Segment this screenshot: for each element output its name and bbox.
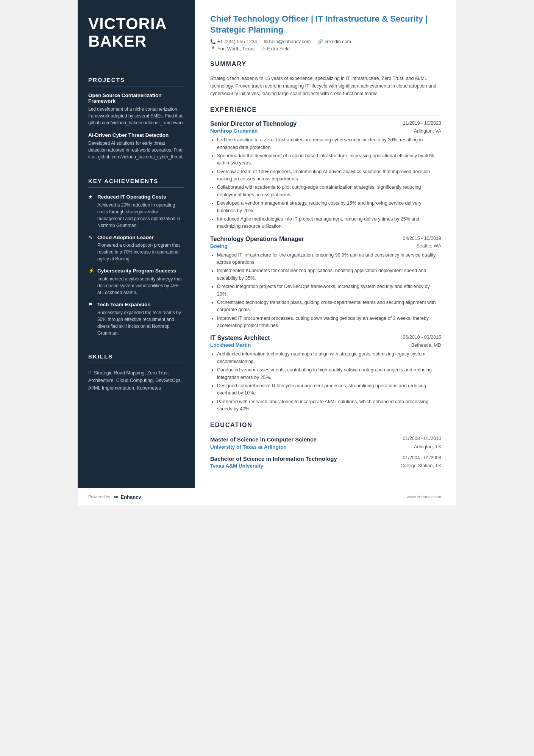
job-3-dates: 06/2010 - 03/2015 — [403, 335, 441, 340]
summary-text: Strategic tech leader with 15 years of e… — [210, 75, 441, 97]
bullet: Architected information technology roadm… — [217, 351, 441, 365]
bullet: Introduced Agile methodologies into IT p… — [217, 216, 441, 230]
education-divider — [210, 431, 441, 431]
job-2-location: Seattle, WA — [416, 243, 441, 249]
candidate-name: VICTORIA BAKER — [88, 15, 184, 50]
contact-linkedin: 🔗 linkedin.com — [317, 39, 351, 44]
project-1-desc: Led development of a niche containerizat… — [88, 106, 184, 126]
bullet: Orchestrated technology transition plans… — [217, 299, 441, 314]
job-2-company: Boeing — [210, 243, 228, 249]
bullet: Developed a vendor management strategy, … — [217, 200, 441, 214]
skills-section-title: SKILLS — [88, 353, 184, 360]
education-section-title: EDUCATION — [210, 422, 441, 429]
summary-section-title: SUMMARY — [210, 61, 441, 67]
pencil-icon: ✎ — [88, 235, 94, 240]
job-3-title: IT Systems Architect — [210, 335, 270, 341]
project-2: AI-Driven Cyber Threat Detection Develop… — [88, 132, 184, 166]
job-1-company: Northrop Grumman — [210, 128, 258, 134]
bullet: Managed IT infrastructure for the organi… — [217, 252, 441, 266]
bullet: Implemented Kubernetes for containerized… — [217, 267, 441, 282]
main-content: Chief Technology Officer | IT Infrastruc… — [195, 0, 456, 488]
bolt-icon: ⚡ — [88, 268, 94, 274]
email-text: help@enhancv.com — [269, 39, 311, 44]
main-headline: Chief Technology Officer | IT Infrastruc… — [210, 14, 441, 35]
job-2-title: Technology Operations Manager — [210, 236, 304, 243]
enhancv-logo-icon: ∞ — [114, 493, 118, 500]
location-text: Fort Worth, Texas — [217, 46, 255, 52]
contact-row-2: 📍 Fort Worth, Texas ☆ Extra Field — [210, 46, 441, 52]
first-name: VICTORIA — [88, 15, 167, 33]
job-2: Technology Operations Manager 04/2015 - … — [210, 236, 441, 330]
edu-2-degree: Bachelor of Science in Information Techn… — [210, 455, 337, 463]
bullet: Designed comprehensive IT lifecycle mana… — [217, 382, 441, 397]
star-icon: ★ — [88, 194, 94, 200]
bullet: Improved IT procurement processes, cutti… — [217, 315, 441, 330]
sidebar: VICTORIA BAKER PROJECTS Open Source Cont… — [78, 0, 195, 488]
project-2-title: AI-Driven Cyber Threat Detection — [88, 132, 184, 138]
footer: Powered by ∞ Enhancv www.enhancv.com — [78, 488, 456, 506]
achievement-2-title: Cloud Adoption Leader — [97, 234, 154, 241]
project-1: Open Source Containerization Framework L… — [88, 92, 184, 132]
achievement-1-desc: Achieved a 20% reduction in operating co… — [88, 202, 184, 229]
achievement-2-desc: Pioneered a cloud adoption program that … — [88, 242, 184, 262]
footer-powered-by: Powered by ∞ Enhancv — [88, 493, 141, 500]
bullet: Directed integration projects for DevSec… — [217, 283, 441, 298]
experience-section-title: EXPERIENCE — [210, 106, 441, 113]
edu-1-dates: 01/2008 - 01/2010 — [403, 436, 441, 441]
achievement-3-title: Cybersecurity Program Success — [97, 268, 176, 274]
location-icon: 📍 — [210, 46, 216, 52]
footer-website: www.enhancv.com — [407, 495, 441, 499]
contact-row: 📞 +1-(234)-555-1234 ✉ help@enhancv.com 🔗… — [210, 39, 441, 44]
bullet: Partnered with research laboratories to … — [217, 398, 441, 413]
achievement-1: ★ Reduced IT Operating Costs Achieved a … — [88, 194, 184, 229]
contact-phone: 📞 +1-(234)-555-1234 — [210, 39, 257, 44]
last-name: BAKER — [88, 32, 147, 50]
job-1-location: Arlington, VA — [414, 128, 441, 134]
project-2-desc: Developed AI solutions for early threat … — [88, 140, 184, 160]
extra-field-text: Extra Field — [267, 46, 290, 52]
edu-2-dates: 01/2004 - 01/2008 — [403, 455, 441, 460]
edu-2-school: Texas A&M University — [210, 463, 263, 469]
achievements-divider — [88, 187, 184, 188]
brand-label: Enhancv — [121, 494, 141, 500]
phone-icon: 📞 — [210, 39, 216, 44]
contact-extra: ☆ Extra Field — [261, 46, 290, 52]
edu-1: Master of Science in Computer Science 01… — [210, 436, 441, 450]
edu-2: Bachelor of Science in Information Techn… — [210, 455, 441, 469]
job-2-bullets: Managed IT infrastructure for the organi… — [210, 252, 441, 330]
skills-text: IT Strategic Road Mapping, Zero Trust Ar… — [88, 369, 184, 392]
bullet: Spearheaded the development of a cloud-b… — [217, 152, 441, 167]
achievements-section-title: KEY ACHIEVEMENTS — [88, 178, 184, 184]
powered-by-label: Powered by — [88, 495, 110, 499]
achievement-3-desc: Implemented a cybersecurity strategy tha… — [88, 275, 184, 296]
achievement-4: ⚑ Tech Team Expansion Successfully expan… — [88, 301, 184, 337]
job-3-company: Lockheed Martin — [210, 342, 251, 348]
bullet: Led the transition to a Zero Trust archi… — [217, 136, 441, 151]
job-2-dates: 04/2015 - 10/2019 — [403, 236, 441, 241]
projects-section-title: PROJECTS — [88, 77, 184, 83]
star-contact-icon: ☆ — [261, 46, 265, 52]
achievement-3: ⚡ Cybersecurity Program Success Implemen… — [88, 268, 184, 296]
edu-1-school: University of Texas at Arlington — [210, 444, 287, 450]
achievement-2: ✎ Cloud Adoption Leader Pioneered a clou… — [88, 234, 184, 263]
achievement-4-title: Tech Team Expansion — [97, 301, 151, 308]
summary-divider — [210, 70, 441, 70]
bullet: Conducted vendor assessments, contributi… — [217, 366, 441, 381]
job-1-bullets: Led the transition to a Zero Trust archi… — [210, 136, 441, 230]
job-3: IT Systems Architect 06/2010 - 03/2015 L… — [210, 335, 441, 413]
bullet: Oversaw a team of 100+ engineers, implem… — [217, 168, 441, 183]
contact-location: 📍 Fort Worth, Texas — [210, 46, 255, 52]
experience-divider — [210, 116, 441, 116]
skills-divider — [88, 363, 184, 363]
job-1-dates: 11/2019 - 10/2023 — [403, 121, 441, 126]
job-3-location: Bethesda, MD — [411, 343, 441, 348]
contact-email: ✉ help@enhancv.com — [264, 39, 311, 44]
job-3-bullets: Architected information technology roadm… — [210, 351, 441, 413]
job-1-title: Senior Director of Technology — [210, 121, 297, 127]
flag-icon: ⚑ — [88, 302, 94, 307]
project-1-title: Open Source Containerization Framework — [88, 92, 184, 104]
edu-1-location: Arlington, TX — [414, 444, 441, 450]
bullet: Collaborated with academia to pilot cutt… — [217, 184, 441, 199]
linkedin-text: linkedin.com — [325, 39, 351, 44]
achievement-1-title: Reduced IT Operating Costs — [97, 194, 166, 200]
